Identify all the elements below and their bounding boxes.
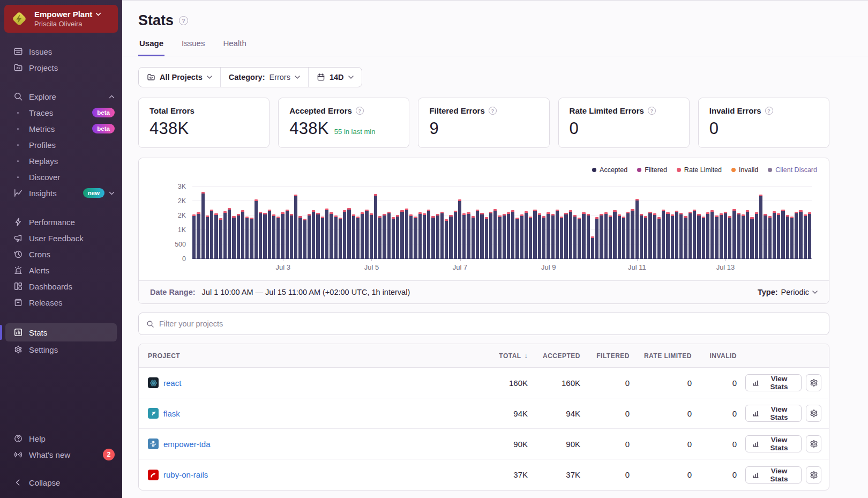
- column-header-total[interactable]: TOTAL ↓: [472, 352, 532, 360]
- view-stats-label: View Stats: [764, 436, 795, 452]
- sidebar-section: ExploreTracesbetaMetricsbetaProfilesRepl…: [0, 86, 122, 203]
- legend-label: Client Discard: [775, 166, 817, 174]
- page-help-icon[interactable]: ?: [179, 16, 188, 25]
- bars-container: [192, 182, 812, 259]
- column-header-filtered[interactable]: FILTERED: [585, 352, 634, 360]
- stats-icon: [13, 328, 23, 338]
- bar: [746, 210, 749, 259]
- bar: [533, 210, 536, 259]
- sidebar-item-metrics[interactable]: Metricsbeta: [0, 121, 122, 137]
- sidebar-item-issues[interactable]: Issues: [0, 43, 122, 60]
- help-icon[interactable]: ?: [356, 107, 364, 115]
- sidebar-item-what-s-new[interactable]: What's new2: [0, 447, 122, 463]
- org-switcher[interactable]: Empower Plant Priscila Oliveira: [4, 5, 118, 33]
- column-header-invalid[interactable]: INVALID: [696, 352, 741, 360]
- legend-item-invalid[interactable]: Invalid: [731, 166, 758, 174]
- bar: [569, 210, 572, 259]
- help-icon[interactable]: ?: [489, 107, 497, 115]
- bar: [396, 215, 399, 259]
- project-selector[interactable]: All Projects: [139, 68, 220, 87]
- usage-bar-chart[interactable]: 05001K2K2K3K: [192, 182, 812, 259]
- sidebar-item-user-feedback[interactable]: User Feedback: [0, 230, 122, 246]
- project-filter-input[interactable]: [159, 319, 821, 328]
- view-stats-button[interactable]: View Stats: [745, 435, 802, 452]
- sidebar-item-dashboards[interactable]: Dashboards: [0, 278, 122, 294]
- crons-icon: [13, 249, 23, 259]
- legend-item-rate-limited[interactable]: Rate Limited: [677, 166, 722, 174]
- help-icon[interactable]: ?: [648, 107, 656, 115]
- project-settings-button[interactable]: [806, 435, 821, 452]
- legend-label: Rate Limited: [684, 166, 722, 174]
- sidebar-item-discover[interactable]: Discover: [0, 169, 122, 185]
- bar: [529, 217, 532, 259]
- sidebar-item-explore[interactable]: Explore: [0, 88, 122, 105]
- sidebar-item-settings[interactable]: Settings: [0, 341, 122, 358]
- project-link[interactable]: flask: [163, 409, 180, 418]
- tab-usage[interactable]: Usage: [138, 39, 164, 56]
- bar: [542, 216, 545, 259]
- cell-accepted: 37K: [532, 470, 585, 479]
- sidebar-item-tail: 2: [103, 449, 115, 460]
- view-stats-button[interactable]: View Stats: [745, 374, 802, 391]
- sidebar-item-insights[interactable]: Insightsnew: [0, 185, 122, 201]
- stat-card-value-row: 438K: [149, 119, 258, 138]
- category-selector[interactable]: Category: Errors: [220, 68, 308, 87]
- bar: [458, 199, 461, 259]
- bar: [764, 214, 767, 259]
- legend-dot-icon: [731, 168, 736, 172]
- project-link[interactable]: react: [163, 378, 181, 388]
- folder-icon: [147, 73, 155, 81]
- project-settings-button[interactable]: [806, 374, 821, 391]
- view-stats-label: View Stats: [764, 405, 795, 421]
- column-header-project[interactable]: PROJECT: [139, 352, 472, 360]
- sidebar-item-performance[interactable]: Performance: [0, 214, 122, 230]
- bar: [777, 213, 780, 259]
- sidebar-item-label: Alerts: [29, 266, 49, 275]
- chevron-down-icon: [109, 191, 115, 195]
- sidebar-item-stats[interactable]: Stats: [5, 323, 117, 341]
- releases-icon: [13, 298, 23, 308]
- sidebar-item-alerts[interactable]: Alerts: [0, 262, 122, 278]
- legend-item-accepted[interactable]: Accepted: [592, 166, 627, 174]
- sidebar-item-crons[interactable]: Crons: [0, 246, 122, 262]
- org-name: Empower Plant: [34, 10, 92, 19]
- project-link[interactable]: empower-tda: [163, 440, 211, 449]
- sidebar-item-releases[interactable]: Releases: [0, 294, 122, 310]
- row-actions: View Stats: [741, 435, 829, 452]
- sidebar-item-projects[interactable]: Projects: [0, 60, 122, 76]
- sidebar-item-traces[interactable]: Tracesbeta: [0, 105, 122, 121]
- legend-item-client-discard[interactable]: Client Discard: [768, 166, 817, 174]
- column-header-rate-limited[interactable]: RATE LIMITED: [634, 352, 696, 360]
- view-stats-button[interactable]: View Stats: [745, 466, 802, 484]
- sidebar-section: IssuesProjects: [0, 41, 122, 78]
- legend-label: Invalid: [739, 166, 758, 174]
- project-link[interactable]: ruby-on-rails: [163, 470, 208, 479]
- project-settings-button[interactable]: [806, 466, 821, 484]
- x-axis-tick: [637, 259, 638, 261]
- cell-total: 90K: [472, 440, 532, 449]
- view-stats-button[interactable]: View Stats: [745, 405, 802, 422]
- sidebar-item-profiles[interactable]: Profiles: [0, 137, 122, 153]
- date-range-selector[interactable]: 14D: [308, 68, 362, 87]
- sidebar-item-label: User Feedback: [29, 234, 84, 243]
- sidebar-item-replays[interactable]: Replays: [0, 153, 122, 169]
- project-settings-button[interactable]: [806, 405, 821, 422]
- project-cell: flask: [139, 408, 472, 419]
- column-header-accepted[interactable]: ACCEPTED: [532, 352, 585, 360]
- calendar-icon: [317, 73, 325, 81]
- sidebar-item-collapse[interactable]: Collapse: [0, 474, 122, 490]
- legend-item-filtered[interactable]: Filtered: [637, 166, 667, 174]
- bar: [378, 216, 381, 259]
- tab-issues[interactable]: Issues: [181, 39, 206, 56]
- tab-health[interactable]: Health: [222, 39, 247, 56]
- bar: [560, 217, 563, 259]
- x-axis-label: Jul 7: [453, 263, 467, 271]
- alerts-icon: [13, 265, 23, 276]
- sidebar-item-help[interactable]: Help: [0, 430, 122, 447]
- legend-dot-icon: [592, 168, 596, 172]
- bar: [666, 212, 669, 259]
- help-icon[interactable]: ?: [765, 107, 773, 115]
- bar: [564, 213, 567, 259]
- type-selector[interactable]: Type: Periodic: [758, 288, 818, 296]
- stat-card-value: 438K: [289, 119, 329, 138]
